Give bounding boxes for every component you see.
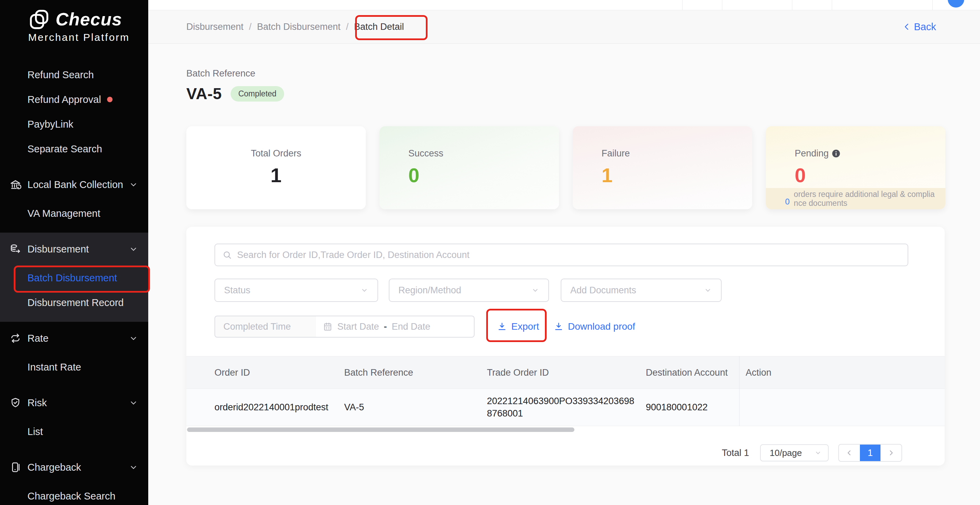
card-label: Failure — [573, 148, 752, 159]
breadcrumb-separator: / — [346, 22, 348, 32]
cell-order-id: orderid2022140001prodtest — [215, 389, 335, 426]
chevron-down-icon — [129, 245, 138, 254]
card-failure: Failure 1 — [573, 126, 752, 209]
sidebar-item-va-management[interactable]: VA Management — [0, 201, 148, 226]
info-icon[interactable] — [831, 149, 841, 158]
sidebar-item-refund-approval[interactable]: Refund Approval — [0, 87, 148, 112]
date-range-picker[interactable]: Start Date - End Date — [316, 316, 474, 338]
chargeback-icon — [10, 461, 21, 473]
breadcrumb-separator: / — [249, 22, 252, 32]
region-method-select[interactable]: Region/Method — [389, 279, 549, 302]
column-destination-account: Destination Account — [646, 356, 735, 388]
shield-check-icon — [10, 397, 21, 408]
top-strip — [148, 0, 980, 10]
end-date-placeholder: End Date — [392, 321, 431, 332]
next-page-button[interactable] — [880, 445, 901, 461]
column-order-id: Order ID — [215, 356, 335, 388]
horizontal-scrollbar[interactable] — [187, 427, 574, 432]
table-row: orderid2022140001prodtest VA-5 202212140… — [186, 389, 945, 426]
date-separator: - — [384, 321, 387, 332]
sidebar-group-disbursement[interactable]: Disbursement — [0, 237, 148, 261]
sidebar-item-separate-search[interactable]: Separate Search — [0, 137, 148, 161]
divider — [722, 0, 722, 10]
table-header: Order ID Batch Reference Trade Order ID … — [186, 356, 945, 389]
sidebar-group-risk[interactable]: Risk — [0, 391, 148, 415]
main-area: Disbursement / Batch Disbursement / Batc… — [148, 0, 980, 505]
card-label: Total Orders — [186, 148, 366, 159]
card-success: Success 0 — [380, 126, 559, 209]
chevron-down-icon — [531, 286, 539, 294]
completed-time-label: Completed Time — [215, 316, 317, 338]
card-label: Success — [380, 148, 559, 159]
search-box — [215, 244, 908, 266]
user-avatar[interactable] — [948, 0, 964, 8]
export-button[interactable]: Export — [497, 316, 539, 338]
batch-reference-value: VA-5 — [186, 84, 222, 103]
chevron-down-icon — [704, 286, 712, 294]
divider — [832, 0, 832, 10]
pending-note-text: orders require additional legal & compli… — [794, 190, 937, 208]
download-icon — [497, 321, 507, 332]
bank-icon — [10, 179, 21, 191]
column-action: Action — [746, 356, 938, 388]
sidebar-menu: Refund Search Refund Approval PaybyLink … — [0, 62, 148, 505]
sidebar-group-local-bank-collection[interactable]: Local Bank Collection — [0, 172, 148, 197]
column-batch-reference: Batch Reference — [344, 356, 481, 388]
card-total-orders: Total Orders 1 — [186, 126, 366, 209]
page-1-button[interactable]: 1 — [860, 445, 881, 461]
cell-batch-reference: VA-5 — [344, 389, 481, 426]
page-size-select[interactable]: 10/page — [760, 444, 829, 461]
brand-name: Checus — [56, 9, 122, 30]
add-documents-select[interactable]: Add Documents — [561, 279, 722, 302]
search-icon — [222, 250, 232, 260]
action-column-divider — [739, 356, 740, 426]
start-date-placeholder: Start Date — [337, 321, 379, 332]
chevron-down-icon — [129, 398, 138, 407]
chevron-right-icon — [887, 449, 895, 457]
pagination: 1 — [838, 444, 902, 462]
chevron-down-icon — [814, 449, 822, 457]
back-button[interactable]: Back — [902, 10, 936, 43]
status-select[interactable]: Status — [215, 279, 378, 302]
calendar-icon — [323, 322, 332, 332]
sidebar-group-rate[interactable]: Rate — [0, 326, 148, 351]
sidebar-item-chargeback-search[interactable]: Chargeback Search — [0, 484, 148, 505]
sidebar-item-paybylink[interactable]: PaybyLink — [0, 112, 148, 137]
breadcrumb-batch-disbursement[interactable]: Batch Disbursement — [257, 22, 340, 32]
card-value: 1 — [573, 164, 752, 187]
download-proof-button[interactable]: Download proof — [554, 316, 635, 338]
disbursement-icon — [10, 243, 21, 255]
sidebar-group-chargeback[interactable]: Chargeback — [0, 455, 148, 480]
sidebar-section-disbursement: Disbursement Batch Disbursement Disburse… — [0, 233, 148, 322]
chevron-down-icon — [129, 463, 138, 472]
card-value: 0 — [380, 164, 559, 187]
page: Checus Merchant Platform Refund Search R… — [0, 0, 980, 505]
breadcrumb-disbursement[interactable]: Disbursement — [186, 22, 243, 32]
card-label: Pending — [795, 148, 829, 159]
divider — [792, 0, 792, 10]
sidebar-item-list[interactable]: List — [0, 419, 148, 444]
sidebar-item-instant-rate[interactable]: Instant Rate — [0, 355, 148, 380]
content: Batch Reference VA-5 Completed Total Ord… — [148, 44, 980, 505]
sidebar-item-disbursement-record[interactable]: Disbursement Record — [0, 290, 148, 315]
pending-note: 0 orders require additional legal & comp… — [766, 188, 945, 209]
card-pending: Pending 0 0 orders require additional — [766, 126, 945, 209]
chevron-down-icon — [129, 180, 138, 189]
stat-cards: Total Orders 1 Success 0 Failure 1 Pendi… — [186, 126, 945, 209]
batch-reference-label: Batch Reference — [186, 68, 284, 79]
pagination-total: Total 1 — [667, 444, 749, 461]
rate-icon — [10, 332, 21, 344]
search-input[interactable] — [237, 250, 901, 260]
breadcrumb-bar: Disbursement / Batch Disbursement / Batc… — [148, 10, 980, 44]
brand-subtitle: Merchant Platform — [28, 32, 130, 43]
notification-dot — [107, 97, 113, 102]
column-trade-order-id: Trade Order ID — [487, 356, 639, 388]
chevron-left-icon — [845, 449, 853, 457]
card-value: 0 — [766, 164, 945, 187]
sidebar-item-batch-disbursement[interactable]: Batch Disbursement — [0, 265, 148, 290]
sidebar-item-refund-search[interactable]: Refund Search — [0, 62, 148, 87]
previous-page-button[interactable] — [839, 445, 860, 461]
brand: Checus Merchant Platform — [0, 0, 148, 62]
card-value: 1 — [186, 164, 366, 187]
chevron-left-icon — [902, 22, 912, 31]
